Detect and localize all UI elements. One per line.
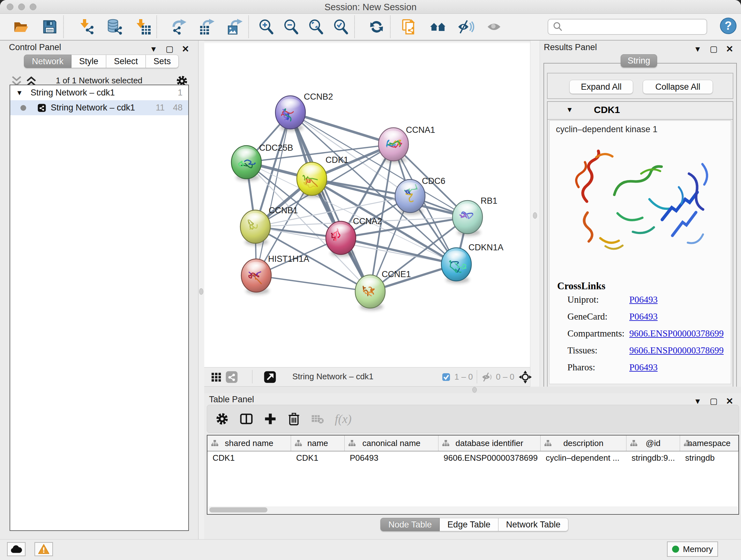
network-share-icon-gray[interactable]	[225, 370, 239, 384]
right-splitter[interactable]	[530, 41, 540, 393]
node-CCNB1[interactable]	[240, 210, 270, 246]
node-CDKN1A[interactable]	[441, 248, 471, 283]
export-table-button[interactable]	[199, 18, 215, 35]
table-add-icon[interactable]	[263, 412, 277, 426]
network-node-count: 11	[156, 103, 165, 113]
export-network-button[interactable]	[171, 18, 187, 35]
cell[interactable]: 9606.ENSP00000378699	[439, 451, 541, 464]
column-header-shared-name[interactable]: shared name	[207, 435, 291, 451]
warning-button[interactable]	[35, 542, 53, 556]
tab-network[interactable]: Network	[24, 55, 71, 68]
export-image-button[interactable]	[226, 18, 243, 35]
crosslink-pharos[interactable]: P06493	[629, 362, 658, 373]
tab-node-table[interactable]: Node Table	[381, 518, 440, 531]
horizontal-splitter[interactable]	[204, 387, 741, 393]
left-splitter[interactable]	[199, 41, 204, 540]
tab-string[interactable]: String	[621, 54, 657, 67]
crosslink-genecard[interactable]: P06493	[629, 311, 658, 322]
collapse-all-button[interactable]: Collapse All	[643, 80, 713, 94]
control-panel-close-button[interactable]: ✕	[182, 44, 189, 54]
import-network-button[interactable]	[78, 18, 95, 35]
gene-details: cyclin–dependent kinase 1 CrossLinks Uni…	[549, 120, 731, 384]
import-table-button[interactable]	[135, 18, 151, 35]
detach-view-icon[interactable]	[263, 370, 277, 384]
network-canvas[interactable]: CCNB2CCNA1CDC25BCDK1CDC6RB1CCNB1CCNA2CDK…	[204, 41, 530, 367]
birdseye-grid-icon[interactable]	[210, 371, 223, 383]
results-maximize-button[interactable]: ▢	[710, 44, 718, 54]
search-input[interactable]	[548, 19, 707, 35]
cell[interactable]: stringdb:9...	[626, 451, 680, 464]
cell[interactable]: CDK1	[207, 451, 291, 464]
column-header-description[interactable]: description	[541, 435, 626, 451]
node-CCNB2[interactable]	[275, 96, 306, 131]
memory-button[interactable]: Memory	[667, 542, 718, 557]
tab-edge-table[interactable]: Edge Table	[440, 518, 498, 531]
control-panel-maximize-button[interactable]: ▢	[165, 44, 174, 54]
import-network-db-button[interactable]	[107, 18, 123, 35]
save-session-button[interactable]	[42, 18, 58, 35]
show-eye-button[interactable]	[486, 18, 503, 35]
cloud-button[interactable]	[7, 542, 25, 556]
node-CDK1[interactable]	[297, 162, 327, 198]
gene-collapse-arrow[interactable]: ▼	[566, 106, 573, 114]
zoom-out-button[interactable]	[283, 18, 299, 35]
results-close-button[interactable]: ✕	[726, 44, 733, 54]
cell[interactable]: CDK1	[291, 451, 345, 464]
edge-CCNB2-CCNE1[interactable]	[290, 112, 370, 292]
crosslink-compartments[interactable]: 9606.ENSP00000378699	[629, 328, 724, 339]
cell[interactable]: cyclin–dependent ...	[541, 451, 626, 464]
tab-sets[interactable]: Sets	[146, 55, 179, 68]
tab-network-table[interactable]: Network Table	[498, 518, 569, 531]
crosslink-label: Pharos:	[567, 362, 595, 373]
node-RB1[interactable]	[453, 200, 482, 236]
node-CCNE1[interactable]	[355, 275, 385, 310]
column-header-database-identifier[interactable]: database identifier	[439, 435, 541, 451]
function-builder-icon: f(x)	[335, 412, 352, 426]
zoom-in-button[interactable]	[258, 18, 274, 35]
network-collection-row[interactable]: ▼ String Network – cdk1 1	[10, 85, 188, 100]
column-header-namespace[interactable]: namespace	[680, 435, 738, 451]
column-header-name[interactable]: name	[291, 435, 345, 451]
expand-all-button[interactable]: Expand All	[569, 80, 633, 94]
gene-section-header[interactable]: ▼ CDK1	[548, 102, 733, 120]
refresh-button[interactable]	[368, 18, 385, 35]
node-CDC25B[interactable]	[231, 145, 261, 181]
open-session-button[interactable]	[13, 18, 29, 35]
edge-HIST1H1A-CCNE1[interactable]	[256, 275, 370, 292]
zoom-fit-button[interactable]	[308, 18, 324, 35]
selected-checkbox-icon[interactable]	[441, 372, 451, 382]
table-delete-icon[interactable]	[287, 412, 301, 426]
homes-button[interactable]	[429, 18, 446, 35]
crosslink-tissues[interactable]: 9606.ENSP00000378699	[629, 345, 724, 356]
status-bar: Memory	[0, 539, 741, 560]
table-panel: Table Panel ▼ ▢ ✕ f(x) shared namenameca…	[204, 393, 741, 540]
clipboard-share-button[interactable]	[401, 18, 417, 35]
control-panel-float-button[interactable]: ▼	[150, 45, 157, 54]
table-float-button[interactable]: ▼	[694, 397, 701, 406]
cell[interactable]: stringdb	[680, 451, 738, 464]
collection-expand-arrow[interactable]: ▼	[16, 89, 23, 97]
crosshair-icon[interactable]	[518, 370, 532, 384]
node-CCNA2[interactable]	[326, 221, 356, 257]
tab-style[interactable]: Style	[71, 55, 106, 68]
help-button[interactable]	[719, 17, 737, 35]
table-columns-icon[interactable]	[239, 412, 254, 426]
cell[interactable]: P06493	[345, 451, 439, 464]
results-float-button[interactable]: ▼	[694, 45, 701, 54]
node-CCNA1[interactable]	[379, 128, 408, 163]
crosslink-uniprot[interactable]: P06493	[629, 294, 658, 305]
node-HIST1H1A[interactable]	[241, 259, 271, 294]
zoom-selected-button[interactable]	[333, 18, 349, 35]
edge-CCNA2-CDKN1A[interactable]	[341, 238, 456, 264]
network-row[interactable]: String Network – cdk1 11 48	[10, 100, 188, 115]
table-gear-icon[interactable]	[215, 412, 229, 426]
node-CDC6[interactable]	[395, 179, 425, 215]
column-header-canonical-name[interactable]: canonical name	[345, 435, 439, 451]
table-hscrollbar[interactable]	[208, 506, 738, 513]
column-header-id[interactable]: @id	[626, 435, 680, 451]
tab-select[interactable]: Select	[106, 55, 146, 68]
network-view-name: String Network – cdk1	[292, 372, 374, 381]
hide-selected-button[interactable]	[458, 18, 474, 35]
edge-CCNB2-CCNA1[interactable]	[290, 112, 394, 144]
memory-status-dot	[672, 546, 679, 553]
